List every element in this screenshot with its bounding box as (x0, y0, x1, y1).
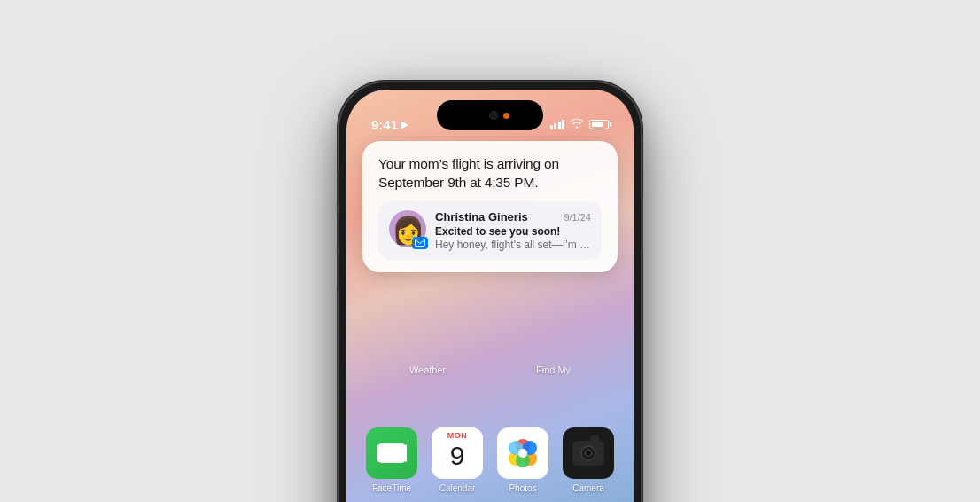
find-my-widget-label: Find My (536, 365, 571, 375)
dot-indicator (503, 113, 509, 119)
svg-rect-1 (377, 444, 396, 462)
battery-icon (589, 120, 609, 129)
app-row-1: FaceTime MON 9 Calendar (364, 427, 616, 493)
photos-label: Photos (509, 483, 536, 493)
front-camera (489, 111, 498, 120)
app-item-camera[interactable]: Camera (561, 427, 616, 493)
calendar-icon[interactable]: MON 9 (432, 427, 483, 479)
status-icons (550, 117, 610, 131)
signal-icon (550, 120, 565, 129)
time-display: 9:41 (371, 117, 398, 132)
message-content: Christina Gineris 9/1/24 Excited to see … (435, 210, 591, 251)
camera-bump (590, 435, 599, 441)
app-grid: FaceTime MON 9 Calendar (346, 427, 634, 502)
mail-badge (412, 237, 428, 249)
message-subject: Excited to see you soon! (435, 225, 591, 238)
svg-point-9 (518, 449, 527, 458)
widget-labels: Weather Find My (346, 365, 634, 375)
phone-shell: 9:41 ▶ (339, 82, 641, 502)
calendar-day-label: MON (432, 427, 483, 441)
app-item-facetime[interactable]: FaceTime (364, 427, 419, 493)
phone-screen: 9:41 ▶ (346, 90, 634, 502)
status-time: 9:41 ▶ (371, 117, 408, 132)
avatar-container: 👩 (389, 210, 426, 247)
svg-rect-0 (416, 239, 425, 247)
app-item-calendar[interactable]: MON 9 Calendar (430, 427, 485, 493)
app-item-photos[interactable]: Photos (495, 427, 550, 493)
message-preview: Hey honey, flight’s all set—I’m takin... (435, 239, 591, 251)
scene: 9:41 ▶ (0, 0, 980, 502)
facetime-icon[interactable] (366, 427, 417, 479)
notification-bubble[interactable]: Your mom’s flight is arriving on Septemb… (362, 141, 618, 272)
camera-body-shape (572, 441, 604, 466)
dynamic-island (437, 100, 543, 130)
message-sender: Christina Gineris (435, 210, 528, 224)
facetime-label: FaceTime (372, 483, 411, 493)
siri-notification-text: Your mom’s flight is arriving on Septemb… (378, 155, 602, 192)
message-card[interactable]: 👩 Christina Gineris 9/1/24 (378, 201, 602, 260)
camera-icon[interactable] (563, 427, 614, 479)
location-icon: ▶ (401, 119, 408, 130)
message-date: 9/1/24 (564, 212, 591, 223)
calendar-label: Calendar (439, 483, 476, 493)
camera-lens (580, 445, 596, 461)
message-header: Christina Gineris 9/1/24 (435, 210, 591, 224)
camera-label: Camera (572, 483, 604, 493)
photos-icon[interactable] (497, 427, 548, 479)
weather-widget-label: Weather (409, 365, 446, 375)
calendar-date-number: 9 (450, 441, 465, 469)
camera-lens-inner (585, 450, 592, 457)
wifi-icon (570, 117, 584, 131)
